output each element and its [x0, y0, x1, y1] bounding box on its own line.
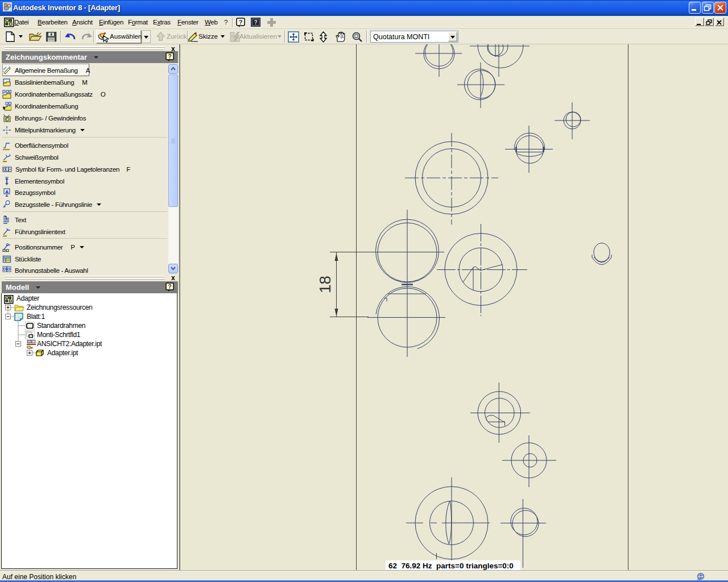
svg-text:Adapter: Adapter: [16, 294, 39, 302]
svg-text:?: ?: [239, 19, 243, 26]
svg-text:?: ?: [168, 283, 171, 290]
svg-text:?: ?: [168, 53, 171, 60]
svg-text:Blatt:1: Blatt:1: [27, 313, 46, 321]
svg-text:.1: .1: [6, 168, 10, 172]
svg-text:62 76.92 Hz parts=0 triangle: 62 76.92 Hz parts=0 triangles=0:0: [388, 562, 514, 570]
svg-text:Standardrahmen: Standardrahmen: [37, 322, 85, 330]
svg-text:A: A: [5, 189, 9, 194]
svg-text:Adapter.ipt: Adapter.ipt: [47, 349, 78, 357]
svg-text:Monti-Schrtfld1: Monti-Schrtfld1: [37, 331, 81, 339]
svg-text:Zeichnungsressourcen: Zeichnungsressourcen: [27, 304, 92, 311]
svg-text:ANSICHT2:Adapter.ipt: ANSICHT2:Adapter.ipt: [37, 340, 102, 348]
svg-text:?: ?: [254, 19, 257, 26]
svg-text:18: 18: [316, 276, 334, 293]
